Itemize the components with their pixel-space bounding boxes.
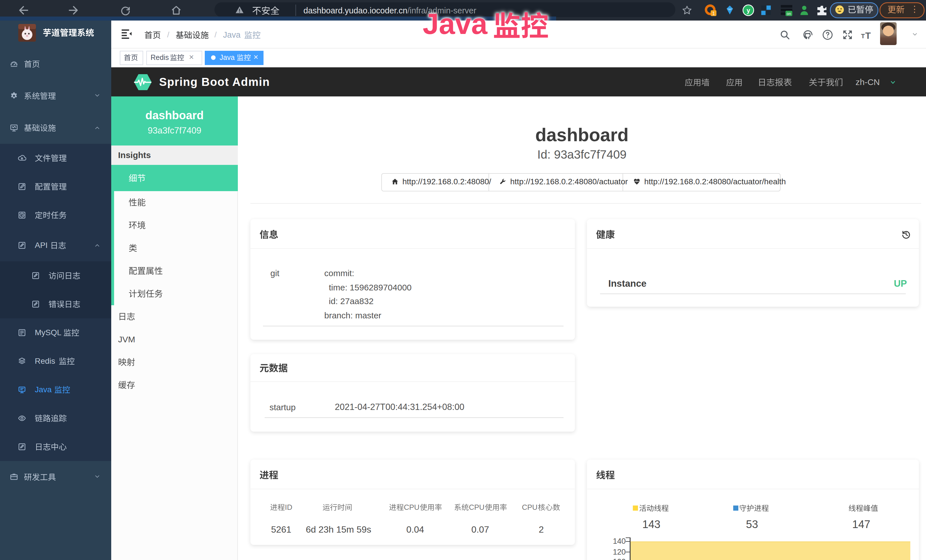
svg-text:1: 1: [712, 11, 715, 16]
svg-text:y: y: [747, 7, 750, 14]
svg-text:on: on: [787, 12, 791, 16]
svg-text:T: T: [865, 30, 871, 40]
svg-text:T: T: [861, 33, 865, 40]
